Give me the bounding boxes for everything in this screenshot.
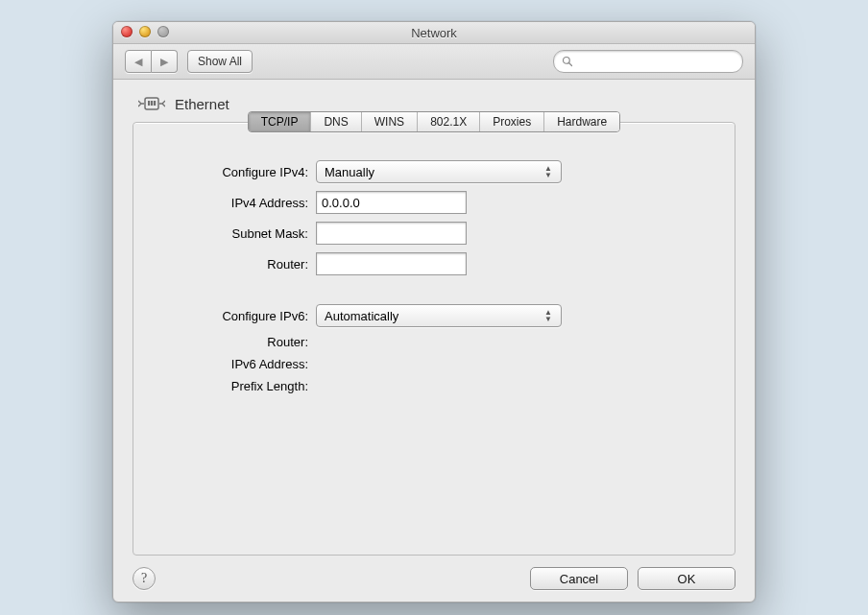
label-configure-ipv4: Configure IPv4: xyxy=(153,165,316,179)
search-icon xyxy=(562,56,573,67)
window-title: Network xyxy=(113,26,755,40)
titlebar: Network xyxy=(113,22,755,44)
chevron-up-down-icon: ▲▼ xyxy=(542,165,555,178)
chevron-up-down-icon: ▲▼ xyxy=(542,309,555,322)
tab-bar: TCP/IP DNS WINS 802.1X Proxies Hardware xyxy=(153,111,715,132)
svg-rect-5 xyxy=(154,101,156,106)
subnet-mask-input[interactable] xyxy=(316,222,467,245)
triangle-right-icon: ▶ xyxy=(160,56,168,68)
back-button[interactable]: ◀ xyxy=(125,50,152,73)
forward-button[interactable]: ▶ xyxy=(152,50,178,73)
preferences-window: Network ◀ ▶ Show All xyxy=(112,21,756,603)
svg-line-1 xyxy=(569,63,572,66)
sheet: Ethernet TCP/IP DNS WINS 802.1X Proxies … xyxy=(113,80,755,602)
tab-wins[interactable]: WINS xyxy=(361,112,417,131)
ok-button[interactable]: OK xyxy=(638,567,735,590)
tab-8021x[interactable]: 802.1X xyxy=(417,112,479,131)
minimize-window-button[interactable] xyxy=(139,26,151,37)
search-input[interactable] xyxy=(577,54,735,69)
interface-title: Ethernet xyxy=(175,96,229,112)
tab-tcpip[interactable]: TCP/IP xyxy=(249,112,311,131)
help-button[interactable]: ? xyxy=(133,567,156,590)
tab-dns[interactable]: DNS xyxy=(310,112,360,131)
label-configure-ipv6: Configure IPv6: xyxy=(153,309,316,323)
tcpip-form: Configure IPv4: Manually ▲▼ IPv4 Address… xyxy=(153,160,715,393)
cancel-button[interactable]: Cancel xyxy=(530,567,628,590)
label-prefix-length: Prefix Length: xyxy=(153,379,316,393)
label-router-v4: Router: xyxy=(153,257,316,272)
search-field[interactable] xyxy=(553,50,743,73)
triangle-left-icon: ◀ xyxy=(134,56,142,68)
tab-hardware[interactable]: Hardware xyxy=(543,112,619,131)
sheet-footer: ? Cancel OK xyxy=(133,567,735,590)
zoom-window-button[interactable] xyxy=(157,26,169,37)
show-all-button[interactable]: Show All xyxy=(187,50,253,73)
configure-ipv6-popup[interactable]: Automatically ▲▼ xyxy=(316,304,562,327)
configure-ipv4-value: Manually xyxy=(325,165,542,179)
close-window-button[interactable] xyxy=(121,26,133,37)
configure-ipv4-popup[interactable]: Manually ▲▼ xyxy=(316,160,562,183)
settings-panel: TCP/IP DNS WINS 802.1X Proxies Hardware … xyxy=(133,122,735,556)
configure-ipv6-value: Automatically xyxy=(325,309,542,323)
traffic-lights xyxy=(121,26,169,37)
label-ipv6-address: IPv6 Address: xyxy=(153,357,316,371)
label-router-v6: Router: xyxy=(153,335,316,349)
svg-rect-3 xyxy=(148,101,150,106)
toolbar: ◀ ▶ Show All xyxy=(113,44,755,80)
ipv4-address-input[interactable] xyxy=(316,191,467,214)
router-v4-input[interactable] xyxy=(316,252,467,275)
tab-proxies[interactable]: Proxies xyxy=(479,112,543,131)
svg-rect-4 xyxy=(151,101,153,106)
nav-segment: ◀ ▶ xyxy=(125,50,178,73)
label-subnet-mask: Subnet Mask: xyxy=(153,226,316,241)
label-ipv4-address: IPv4 Address: xyxy=(153,196,316,210)
